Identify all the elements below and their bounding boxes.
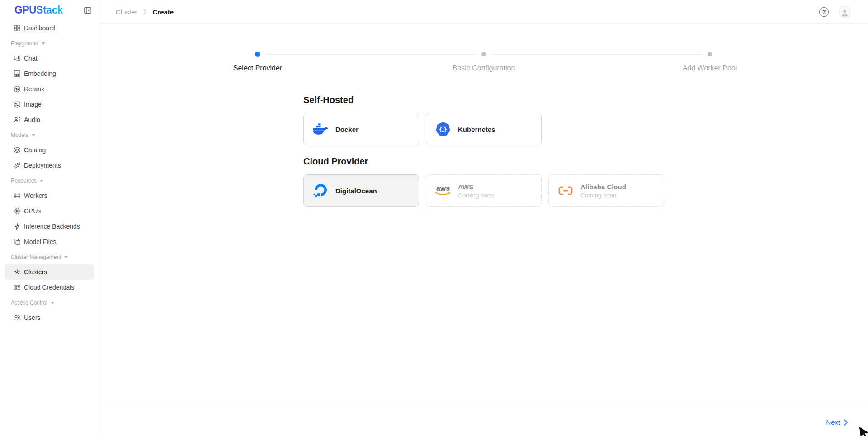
- next-button-label: Next: [826, 418, 840, 426]
- digitalocean-logo-icon: [312, 183, 329, 199]
- sidebar-item-cloud-credentials[interactable]: Cloud Credentials: [5, 280, 94, 295]
- chevron-down-icon: [51, 302, 54, 304]
- breadcrumb: Cluster Create: [116, 8, 174, 16]
- provider-card-title: AWS: [458, 183, 494, 191]
- section-label: Resources: [11, 178, 37, 184]
- sidebar-item-workers[interactable]: Workers: [5, 188, 94, 203]
- step-dot-pending: [708, 52, 712, 56]
- provider-card-title: Alibaba Cloud: [580, 183, 626, 191]
- sidebar-item-audio[interactable]: Audio: [5, 112, 94, 127]
- coming-soon-label: Coming soon: [580, 192, 626, 199]
- user-avatar-icon[interactable]: [839, 6, 851, 18]
- provider-card-kubernetes[interactable]: Kubernetes: [426, 113, 542, 145]
- sidebar-item-label: Inference Backends: [24, 223, 80, 230]
- sidebar-item-image[interactable]: Image: [5, 97, 94, 112]
- step-label-basic-configuration: Basic Configuration: [425, 64, 542, 72]
- sidebar-item-label: Users: [24, 314, 41, 321]
- provider-card-digitalocean[interactable]: DigitalOcean: [303, 174, 419, 207]
- breadcrumb-cluster-link[interactable]: Cluster: [116, 8, 137, 16]
- sidebar-item-label: Catalog: [24, 146, 46, 154]
- sidebar-item-label: Model Files: [24, 238, 57, 245]
- provider-card-title: Docker: [335, 126, 359, 133]
- sidebar-section-models[interactable]: Models: [0, 127, 99, 142]
- sidebar-section-cluster-management[interactable]: Cluster Management: [0, 249, 99, 264]
- sidebar-item-label: Clusters: [24, 268, 47, 276]
- provider-card-title: DigitalOcean: [335, 187, 377, 195]
- sidebar-section-access-control[interactable]: Access Control: [0, 295, 99, 310]
- help-icon[interactable]: ?: [819, 7, 829, 17]
- top-header: Cluster Create ?: [99, 0, 868, 24]
- self-hosted-cards: Docker Kubernetes: [303, 113, 664, 145]
- sidebar-section-playground[interactable]: Playground: [0, 36, 99, 51]
- cloud-provider-cards: DigitalOcean aws AWS Coming soon: [303, 174, 664, 207]
- catalog-icon: [14, 146, 21, 154]
- section-label: Models: [11, 132, 28, 138]
- main-content: Select Provider Basic Configuration Add …: [99, 24, 868, 436]
- sidebar-item-label: GPUs: [24, 207, 41, 215]
- cloud-provider-heading: Cloud Provider: [303, 155, 664, 167]
- sidebar-logo-row: GPUStack: [0, 0, 99, 20]
- gpustack-logo: GPUStack: [14, 4, 63, 16]
- coming-soon-label: Coming soon: [458, 192, 494, 199]
- chevron-down-icon: [40, 180, 43, 182]
- step-dot-active: [255, 52, 260, 57]
- sidebar-item-label: Audio: [24, 116, 40, 123]
- sidebar-item-chat[interactable]: Chat: [5, 51, 94, 66]
- breadcrumb-current: Create: [153, 8, 174, 16]
- step-label-add-worker-pool: Add Worker Pool: [651, 64, 769, 72]
- model-files-icon: [14, 238, 21, 245]
- embedding-icon: [14, 70, 21, 77]
- gpus-icon: [14, 207, 21, 215]
- chat-icon: [14, 55, 21, 62]
- section-label: Playground: [11, 40, 38, 47]
- users-icon: [14, 314, 21, 321]
- wizard-footer: Next: [99, 408, 868, 436]
- sidebar-item-label: Chat: [24, 55, 38, 62]
- sidebar-item-embedding[interactable]: Embedding: [5, 66, 94, 81]
- chevron-down-icon: [32, 134, 35, 136]
- cloud-credentials-icon: [14, 284, 21, 291]
- sidebar-item-label: Cloud Credentials: [24, 284, 74, 291]
- docker-logo-icon: [312, 123, 329, 136]
- clusters-icon: [14, 268, 21, 276]
- sidebar-item-label: Deployments: [24, 162, 61, 169]
- chevron-right-icon: [844, 419, 848, 426]
- step-dot-pending: [481, 52, 486, 56]
- inference-backends-icon: [14, 223, 21, 230]
- wizard-stepper: Select Provider Basic Configuration Add …: [258, 49, 710, 90]
- sidebar-item-rerank[interactable]: Rerank: [5, 81, 94, 97]
- sidebar-item-model-files[interactable]: Model Files: [5, 234, 94, 249]
- alibaba-cloud-logo-icon: [557, 185, 574, 196]
- sidebar-item-gpus[interactable]: GPUs: [5, 203, 94, 219]
- sidebar-item-label: Workers: [24, 192, 47, 199]
- sidebar: GPUStack Dashboard Playground Chat Embed…: [0, 0, 99, 436]
- step-label-select-provider: Select Provider: [199, 64, 316, 72]
- sidebar-collapse-icon[interactable]: [84, 6, 92, 14]
- image-icon: [14, 101, 21, 108]
- section-label: Access Control: [11, 300, 47, 306]
- sidebar-section-resources[interactable]: Resources: [0, 173, 99, 188]
- provider-card-title: Kubernetes: [458, 126, 495, 133]
- audio-icon: [14, 116, 21, 123]
- sidebar-item-clusters[interactable]: Clusters: [5, 264, 94, 280]
- workers-icon: [14, 192, 21, 199]
- sidebar-item-catalog[interactable]: Catalog: [5, 142, 94, 158]
- kubernetes-logo-icon: [434, 121, 452, 137]
- sidebar-item-users[interactable]: Users: [5, 310, 94, 325]
- aws-logo-icon: aws: [434, 185, 452, 197]
- sidebar-item-label: Image: [24, 101, 42, 108]
- step-connector-line: [492, 54, 702, 55]
- sidebar-item-inference-backends[interactable]: Inference Backends: [5, 219, 94, 234]
- sidebar-item-dashboard[interactable]: Dashboard: [5, 20, 94, 36]
- chevron-down-icon: [42, 42, 45, 45]
- sidebar-item-deployments[interactable]: Deployments: [5, 158, 94, 173]
- next-button[interactable]: Next: [826, 418, 848, 426]
- chevron-down-icon: [64, 256, 68, 258]
- breadcrumb-chevron-icon: [143, 9, 147, 14]
- sidebar-item-label: Embedding: [24, 70, 56, 77]
- section-label: Cluster Management: [11, 254, 61, 260]
- provider-card-docker[interactable]: Docker: [303, 113, 419, 145]
- provider-card-alibaba-cloud: Alibaba Cloud Coming soon: [548, 174, 664, 207]
- sidebar-item-label: Rerank: [24, 85, 44, 93]
- sidebar-item-label: Dashboard: [24, 24, 55, 32]
